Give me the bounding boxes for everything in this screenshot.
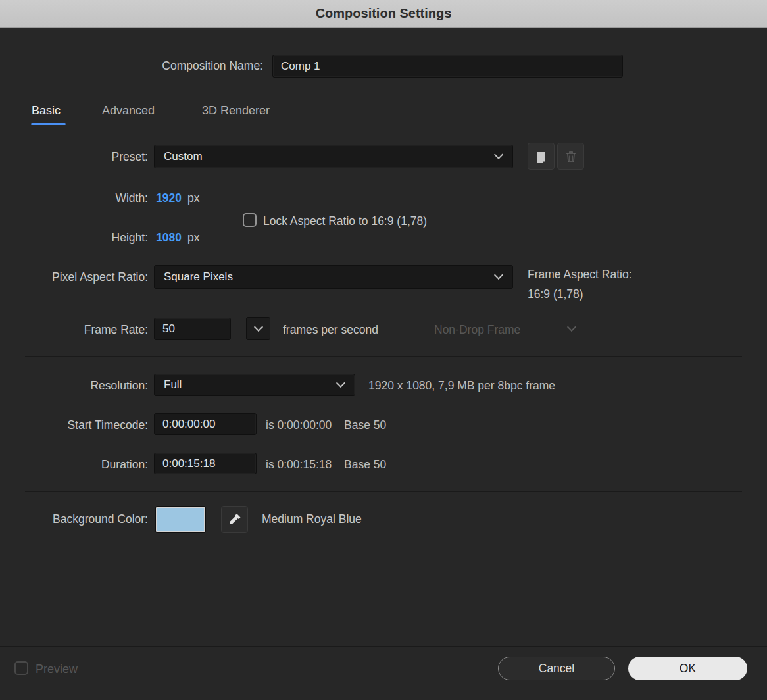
lock-aspect-label: Lock Aspect Ratio to 16:9 (1,78): [263, 214, 427, 228]
background-color-name: Medium Royal Blue: [262, 512, 362, 526]
ok-button[interactable]: OK: [628, 657, 747, 680]
resolution-info: 1920 x 1080, 7,9 MB per 8bpc frame: [368, 379, 555, 393]
start-timecode-input[interactable]: [154, 413, 257, 435]
composition-name-input[interactable]: [272, 55, 623, 78]
height-number[interactable]: 1080: [156, 231, 182, 244]
chevron-down-icon: [567, 322, 576, 332]
width-label: Width:: [0, 191, 148, 205]
cancel-button[interactable]: Cancel: [498, 657, 615, 680]
tab-basic[interactable]: Basic: [32, 104, 61, 118]
start-timecode-is-text: is 0:00:00:00: [266, 418, 332, 432]
eyedropper-icon: [228, 512, 242, 527]
footer-divider: [0, 646, 767, 647]
height-label: Height:: [0, 231, 148, 245]
dialog-title: Composition Settings: [316, 6, 452, 21]
duration-input[interactable]: [154, 453, 257, 474]
start-timecode-base-text: Base 50: [344, 418, 386, 432]
frame-rate-label: Frame Rate:: [0, 323, 148, 337]
preview-label: Preview: [36, 662, 78, 676]
width-number[interactable]: 1920: [156, 191, 182, 205]
preset-label: Preset:: [0, 150, 148, 164]
frame-rate-input[interactable]: [154, 318, 231, 340]
height-unit: px: [187, 231, 199, 244]
lock-aspect-checkbox[interactable]: [243, 213, 257, 227]
width-value[interactable]: 1920px: [156, 191, 199, 205]
composition-settings-dialog: Composition Settings Composition Name: B…: [0, 0, 767, 700]
section-divider: [25, 491, 742, 492]
chevron-down-icon: [336, 378, 345, 388]
dialog-titlebar: Composition Settings: [0, 0, 767, 28]
tab-advanced[interactable]: Advanced: [102, 104, 155, 118]
chevron-down-icon: [494, 150, 503, 159]
resolution-label: Resolution:: [0, 379, 148, 393]
preview-checkbox[interactable]: [14, 661, 28, 675]
background-color-swatch[interactable]: [156, 507, 205, 532]
frame-rate-preset-button[interactable]: [246, 317, 270, 340]
composition-name-label: Composition Name:: [0, 59, 263, 73]
duration-label: Duration:: [0, 458, 148, 472]
duration-is-text: is 0:00:15:18: [266, 458, 332, 471]
delete-preset-button[interactable]: [557, 143, 584, 170]
height-value[interactable]: 1080px: [156, 231, 199, 245]
pixel-aspect-ratio-value: Square Pixels: [164, 270, 233, 284]
preset-value: Custom: [164, 150, 203, 163]
pixel-aspect-ratio-dropdown[interactable]: Square Pixels: [154, 265, 513, 289]
tab-3d-renderer[interactable]: 3D Renderer: [202, 104, 270, 118]
trash-icon: [564, 149, 578, 164]
resolution-value: Full: [164, 378, 182, 391]
width-unit: px: [187, 191, 199, 205]
eyedropper-button[interactable]: [221, 506, 248, 533]
drop-frame-value: Non-Drop Frame: [434, 323, 520, 336]
frame-aspect-ratio-label: Frame Aspect Ratio:: [528, 268, 632, 282]
start-timecode-info: is 0:00:00:00 Base 50: [266, 418, 386, 432]
save-preset-icon: [534, 149, 549, 164]
preset-dropdown[interactable]: Custom: [154, 145, 513, 168]
pixel-aspect-ratio-label: Pixel Aspect Ratio:: [0, 270, 148, 284]
section-divider: [25, 356, 742, 357]
drop-frame-dropdown: Non-Drop Frame: [434, 323, 520, 337]
duration-base-text: Base 50: [344, 458, 386, 471]
frames-per-second-label: frames per second: [283, 323, 378, 337]
save-preset-button[interactable]: [528, 143, 555, 170]
active-tab-underline: [31, 123, 66, 125]
frame-aspect-ratio-value: 16:9 (1,78): [528, 288, 583, 301]
start-timecode-label: Start Timecode:: [0, 418, 148, 432]
chevron-down-icon: [494, 270, 503, 280]
duration-info: is 0:00:15:18 Base 50: [266, 458, 386, 472]
background-color-label: Background Color:: [0, 512, 148, 526]
chevron-down-icon: [253, 322, 262, 332]
resolution-dropdown[interactable]: Full: [154, 374, 355, 396]
